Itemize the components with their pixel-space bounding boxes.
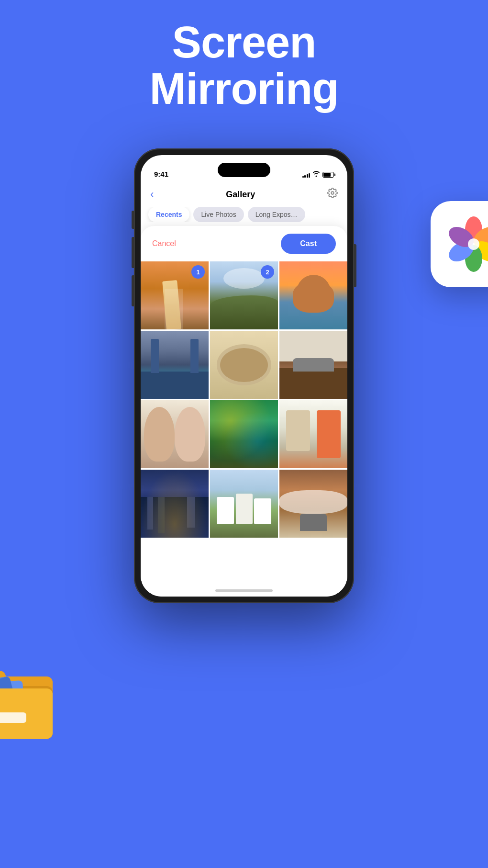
photo-cell-5[interactable] (210, 331, 278, 399)
photo-cell-6[interactable] (279, 331, 347, 399)
photo-image-5 (210, 331, 278, 399)
photo-image-9 (279, 400, 347, 468)
photo-cell-1[interactable]: 1 (141, 261, 209, 329)
settings-button[interactable] (327, 188, 338, 201)
hero-title: Screen Mirroring (0, 19, 488, 112)
volume-up-button (132, 237, 134, 268)
cancel-button[interactable]: Cancel (152, 239, 176, 248)
photo-image-6 (279, 331, 347, 399)
photos-app-icon (431, 201, 488, 287)
hero-title-line1: Screen (0, 19, 488, 66)
nav-bar: ‹ Gallery (141, 182, 347, 207)
back-button[interactable]: ‹ (150, 188, 154, 201)
photo-image-12 (279, 470, 347, 538)
photo-image-11 (210, 470, 278, 538)
action-bar: Cancel Cast (141, 226, 347, 261)
photo-image-3 (279, 261, 347, 329)
photos-icon-svg (445, 215, 488, 273)
mute-switch (132, 211, 134, 229)
photo-cell-9[interactable] (279, 400, 347, 468)
photo-cell-11[interactable] (210, 470, 278, 538)
photo-badge-2: 2 (261, 265, 274, 279)
tab-long-exposure[interactable]: Long Expos… (248, 207, 305, 222)
filter-tabs: Recents Live Photos Long Expos… (141, 207, 347, 222)
wifi-icon (312, 171, 320, 178)
svg-point-0 (331, 192, 334, 194)
status-icons (302, 171, 334, 178)
photo-badge-1: 1 (191, 265, 205, 279)
tab-live-photos[interactable]: Live Photos (193, 207, 244, 222)
photo-cell-12[interactable] (279, 470, 347, 538)
photo-grid: 1 2 (141, 261, 347, 538)
photo-cell-7[interactable] (141, 400, 209, 468)
photo-cell-3[interactable] (279, 261, 347, 329)
svg-rect-14 (0, 712, 26, 723)
photo-image-10 (141, 470, 209, 538)
tab-recents[interactable]: Recents (148, 207, 189, 222)
svg-point-7 (468, 238, 479, 250)
bottom-sheet: Cancel Cast 1 (141, 226, 347, 597)
phone-frame: 9:41 ‹ (134, 148, 354, 603)
status-time: 9:41 (154, 170, 168, 178)
phone-mockup: 9:41 ‹ (134, 148, 354, 603)
photo-cell-2[interactable]: 2 (210, 261, 278, 329)
photo-image-8 (210, 400, 278, 468)
power-button (354, 244, 356, 287)
photo-cell-4[interactable] (141, 331, 209, 399)
nav-title: Gallery (226, 190, 255, 200)
photo-cell-8[interactable] (210, 400, 278, 468)
signal-icon (302, 172, 311, 178)
volume-down-button (132, 275, 134, 306)
battery-icon (322, 172, 334, 178)
cast-button[interactable]: Cast (281, 234, 336, 254)
home-indicator (215, 589, 273, 592)
photo-image-7 (141, 400, 209, 468)
phone-screen: 9:41 ‹ (141, 155, 347, 597)
hero-title-line2: Mirroring (0, 66, 488, 112)
photo-image-4 (141, 331, 209, 399)
folder-3d-icon (0, 657, 67, 744)
photo-cell-10[interactable] (141, 470, 209, 538)
dynamic-island (218, 163, 270, 177)
